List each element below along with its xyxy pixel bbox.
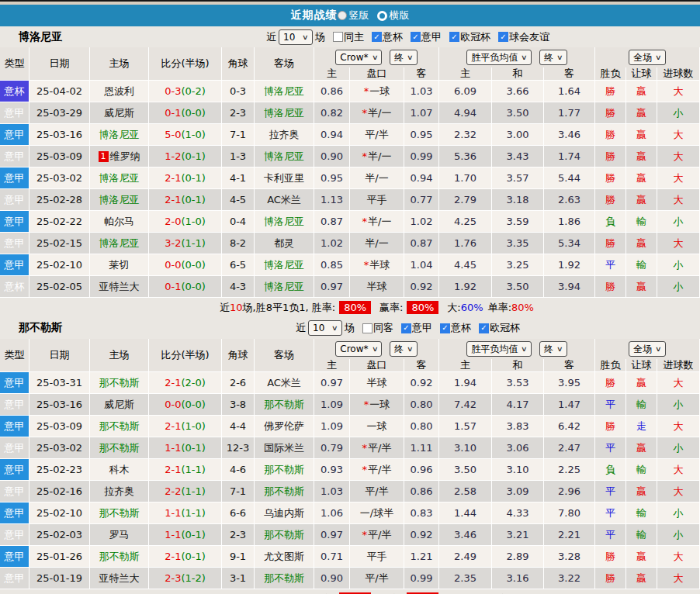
score-cell: 0-1(0-0): [149, 102, 222, 124]
home-team-name: 那不勒斯: [99, 441, 140, 455]
competition-checkbox-2[interactable]: ✓: [449, 32, 459, 42]
scope-select-group: 全场∨: [595, 47, 700, 67]
star-marker: *: [364, 259, 369, 271]
competition-label-3: 球会友谊: [509, 30, 549, 44]
avg-draw-cell: 3.50: [492, 276, 544, 298]
corner-cell: 4-3: [222, 276, 255, 298]
final-odds-select-1-label: 终: [394, 343, 404, 356]
league-badge: 意甲: [0, 254, 29, 276]
home-odds-cell: 0.86: [314, 81, 350, 102]
away-team-cell: 博洛尼亚: [255, 211, 314, 233]
competition-checkbox-2[interactable]: ✓: [479, 323, 489, 333]
final-odds-select-2[interactable]: 终∨: [539, 50, 567, 65]
avg-home-cell: 1.57: [439, 416, 492, 437]
avg-draw-cell: 3.35: [492, 233, 544, 254]
avg-draw-cell: 4.33: [492, 502, 544, 524]
handicap-cell: 平/半: [350, 568, 404, 589]
handicap-cell: *半/一: [350, 211, 404, 233]
match-count-select[interactable]: 10∨: [279, 29, 313, 45]
check-icon: ✓: [442, 324, 448, 332]
check-icon: ✓: [480, 324, 487, 332]
scope-select[interactable]: 全场∨: [629, 341, 666, 357]
date-cell: 25-02-22: [29, 211, 90, 233]
avg-away-cell: 1.47: [544, 394, 595, 416]
competition-checkbox-1[interactable]: ✓: [411, 32, 421, 42]
away-team-cell: 那不勒斯: [255, 568, 314, 589]
col-header-date: 日期: [29, 339, 90, 371]
handicap-cell: *半/一: [350, 146, 404, 167]
handicap-result-cell: 輸: [626, 254, 657, 276]
away-team-name: 都灵: [274, 237, 294, 250]
fulltime-score: 0-0: [165, 259, 181, 271]
final-odds-select-1[interactable]: 终∨: [390, 50, 418, 65]
subcol-header-handicap-result: 让球: [626, 359, 657, 371]
corner-cell: 6-6: [222, 502, 255, 524]
competition-checkbox-0[interactable]: ✓: [401, 323, 411, 333]
radio-selected-icon[interactable]: [338, 11, 347, 20]
table-row: 意甲25-02-15博洛尼亚3-2(1-1)8-2都灵1.02半/一0.871.…: [0, 233, 700, 254]
avg-away-cell: 3.94: [544, 276, 595, 298]
away-team-name: 那不勒斯: [264, 572, 304, 585]
avg-away-cell: 3.95: [544, 372, 595, 394]
table-row: 意甲25-01-26那不勒斯2-1(0-1)9-1尤文图斯0.71平手1.212…: [0, 546, 700, 568]
away-team-name: 佛罗伦萨: [264, 420, 304, 433]
table-row: 意甲25-03-02博洛尼亚2-1(0-1)4-1卡利亚里0.95半/一0.94…: [0, 167, 700, 189]
radio-label-horizontal[interactable]: 横版: [390, 9, 410, 22]
competition-label-0: 意甲: [412, 321, 432, 335]
star-marker: *: [362, 442, 368, 454]
competition-checkbox-0[interactable]: ✓: [372, 32, 382, 42]
home-team-cell: 那不勒斯: [90, 437, 149, 459]
away-team-cell: 博洛尼亚: [255, 276, 314, 298]
score-cell: 1-1(0-1): [149, 524, 222, 546]
corner-cell: 9-1: [222, 546, 255, 568]
away-team-cell: 博洛尼亚: [255, 254, 314, 276]
away-team-cell: 国际米兰: [255, 437, 314, 459]
avg-away-cell: 6.42: [544, 416, 595, 437]
competition-checkbox-3[interactable]: ✓: [498, 32, 508, 42]
radio-unselected-icon[interactable]: [377, 11, 387, 21]
check-icon: ✓: [412, 33, 418, 41]
table-row: 意甲25-03-091维罗纳1-2(0-1)1-3博洛尼亚0.90*半/一0.9…: [0, 146, 700, 167]
league-badge: 意甲: [0, 524, 29, 546]
away-odds-cell: 1.02: [404, 211, 439, 233]
home-odds-cell: 0.79: [314, 437, 350, 459]
odds-company-select[interactable]: Crow*∨: [335, 50, 382, 65]
same-venue-checkbox[interactable]: [362, 323, 373, 333]
competition-checkbox-1[interactable]: ✓: [440, 323, 450, 333]
halftime-score: (0-0): [181, 281, 205, 292]
table-row: 意甲25-02-28博洛尼亚2-1(0-1)4-5AC米兰1.13平手0.772…: [0, 189, 700, 211]
handicap-cell: 一球: [350, 416, 404, 437]
handicap-value: 平/半: [365, 572, 388, 585]
odds-company-select[interactable]: Crow*∨: [335, 341, 382, 357]
avg-draw-cell: 2.89: [492, 546, 544, 568]
avg-odds-select[interactable]: 胜平负均值∨: [466, 50, 532, 65]
home-team-cell: 那不勒斯: [90, 372, 149, 394]
handicap-value: 半/一: [365, 237, 388, 250]
league-badge: 意甲: [0, 459, 29, 481]
score-cell: 2-1(2-0): [149, 372, 222, 394]
same-venue-checkbox[interactable]: [333, 32, 343, 42]
scope-select[interactable]: 全场∨: [629, 50, 666, 65]
handicap-cell: 平/半: [350, 124, 404, 146]
final-odds-select-2[interactable]: 终∨: [539, 341, 567, 357]
avg-away-cell: 1.64: [544, 81, 595, 102]
match-count-select[interactable]: 10∨: [308, 320, 342, 336]
avg-odds-select[interactable]: 胜平负均值∨: [466, 341, 532, 357]
result-cell: 勝: [595, 124, 626, 146]
avg-away-cell: 1.74: [544, 146, 595, 167]
subcol-header-away-odds: 客: [404, 359, 439, 371]
home-team-name: 拉齐奥: [104, 485, 134, 499]
date-cell: 25-03-16: [29, 394, 90, 416]
date-cell: 25-04-02: [29, 81, 90, 102]
avg-draw-cell: 3.83: [492, 416, 544, 437]
home-team-name: 那不勒斯: [99, 506, 140, 520]
score-cell: 2-1(1-0): [149, 416, 222, 437]
score-cell: 0-1(0-0): [149, 276, 222, 298]
corner-cell: 3-8: [222, 394, 255, 416]
table-row: 意甲25-02-10莱切0-0(0-0)6-5博洛尼亚0.85*半球1.044.…: [0, 254, 700, 276]
away-odds-cell: 0.95: [404, 124, 439, 146]
home-odds-cell: 1.09: [314, 394, 350, 416]
final-odds-select-1[interactable]: 终∨: [390, 341, 418, 357]
radio-label-vertical[interactable]: 竖版: [349, 9, 369, 22]
date-cell: 25-02-28: [29, 189, 90, 211]
